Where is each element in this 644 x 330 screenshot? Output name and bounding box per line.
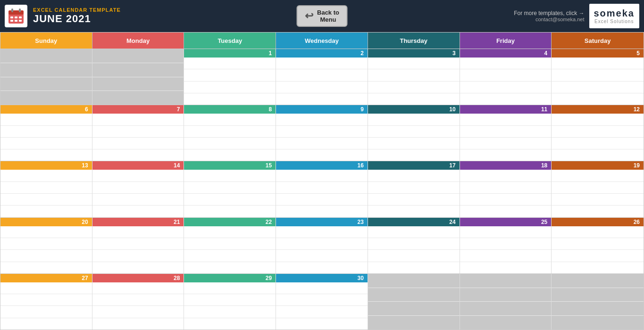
back-to-menu-button[interactable]: ↩ Back toMenu	[296, 5, 348, 27]
back-arrow-icon: ↩	[305, 10, 313, 22]
day-number-13: 13	[0, 161, 92, 170]
day-cell: 19	[552, 161, 644, 217]
day-number-2: 2	[276, 49, 368, 58]
day-cell: 27	[0, 274, 92, 330]
week-row-5: 27282930	[0, 273, 644, 330]
day-cell: 15	[184, 161, 276, 217]
day-number-27: 27	[0, 274, 92, 282]
contact-text: contact@someka.net	[514, 16, 584, 22]
day-header-thursday: Thursday	[368, 33, 460, 49]
day-cell: 16	[276, 161, 368, 217]
day-cell	[0, 49, 92, 105]
day-number-10: 10	[368, 105, 460, 114]
svg-rect-5	[15, 16, 17, 18]
day-number-9: 9	[276, 105, 368, 114]
day-cell: 10	[368, 105, 460, 161]
day-cell: 22	[184, 218, 276, 273]
svg-rect-2	[11, 8, 13, 12]
day-cell: 11	[460, 105, 552, 161]
svg-rect-7	[10, 20, 13, 22]
svg-rect-6	[19, 16, 22, 18]
svg-rect-1	[8, 10, 24, 15]
day-header-wednesday: Wednesday	[276, 33, 368, 49]
day-header-friday: Friday	[460, 33, 552, 49]
day-cell: 30	[276, 274, 368, 330]
week-row-1: 12345	[0, 49, 644, 105]
day-cell: 1	[184, 49, 276, 105]
day-number-6: 6	[0, 105, 92, 114]
day-number-22: 22	[184, 218, 276, 226]
click-text[interactable]: For more templates, click →	[514, 10, 584, 16]
week-row-4: 20212223242526	[0, 217, 644, 273]
day-cell: 23	[276, 218, 368, 273]
day-number-8: 8	[184, 105, 276, 114]
title-group: EXCEL CALENDAR TEMPLATE JUNE 2021	[33, 7, 121, 25]
day-cell: 4	[460, 49, 552, 105]
day-cell: 9	[276, 105, 368, 161]
day-header-monday: Monday	[92, 33, 184, 49]
week-row-2: 6789101112	[0, 105, 644, 161]
day-cell: 26	[552, 218, 644, 273]
day-cell: 18	[460, 161, 552, 217]
day-number-18: 18	[460, 161, 552, 170]
day-cell: 21	[92, 218, 184, 273]
day-number-20: 20	[0, 218, 92, 226]
day-number-19: 19	[552, 161, 644, 170]
header-right-text: For more templates, click → contact@some…	[514, 10, 584, 22]
day-number-11: 11	[460, 105, 552, 114]
day-number-17: 17	[368, 161, 460, 170]
day-cell: 5	[552, 49, 644, 105]
header-left: EXCEL CALENDAR TEMPLATE JUNE 2021	[5, 5, 121, 27]
day-number-14: 14	[92, 161, 184, 170]
svg-rect-8	[15, 20, 17, 22]
day-number-4: 4	[460, 49, 552, 58]
day-cell: 29	[184, 274, 276, 330]
day-cell	[92, 49, 184, 105]
day-cell: 12	[552, 105, 644, 161]
week-row-3: 13141516171819	[0, 161, 644, 217]
day-cell: 28	[92, 274, 184, 330]
day-number-29: 29	[184, 274, 276, 282]
day-number-30: 30	[276, 274, 368, 282]
day-header-sunday: Sunday	[0, 33, 92, 49]
svg-rect-9	[19, 20, 22, 22]
day-number-23: 23	[276, 218, 368, 226]
day-cell	[368, 274, 460, 330]
day-cell: 17	[368, 161, 460, 217]
back-button-label: Back toMenu	[317, 9, 339, 23]
day-cell: 7	[92, 105, 184, 161]
day-number-7: 7	[92, 105, 184, 114]
calendar-icon	[5, 5, 27, 27]
weeks-container: 1234567891011121314151617181920212223242…	[0, 49, 644, 330]
day-cell: 24	[368, 218, 460, 273]
svg-rect-3	[19, 8, 21, 12]
day-cell	[552, 274, 644, 330]
day-number-5: 5	[552, 49, 644, 58]
day-headers-row: Sunday Monday Tuesday Wednesday Thursday…	[0, 33, 644, 49]
day-number-28: 28	[92, 274, 184, 282]
day-cell: 14	[92, 161, 184, 217]
day-number-1: 1	[184, 49, 276, 58]
day-number-16: 16	[276, 161, 368, 170]
day-number-24: 24	[368, 218, 460, 226]
month-title: JUNE 2021	[33, 13, 121, 25]
day-cell: 13	[0, 161, 92, 217]
header-right: For more templates, click → contact@some…	[514, 4, 639, 28]
someka-name: someka	[594, 8, 635, 19]
day-number-15: 15	[184, 161, 276, 170]
day-number-12: 12	[552, 105, 644, 114]
day-header-saturday: Saturday	[552, 33, 644, 49]
day-number-21: 21	[92, 218, 184, 226]
calendar: Sunday Monday Tuesday Wednesday Thursday…	[0, 32, 644, 330]
day-cell	[460, 274, 552, 330]
day-number-26: 26	[552, 218, 644, 226]
day-cell: 3	[368, 49, 460, 105]
day-cell: 20	[0, 218, 92, 273]
day-cell: 25	[460, 218, 552, 273]
day-number-25: 25	[460, 218, 552, 226]
day-header-tuesday: Tuesday	[184, 33, 276, 49]
svg-rect-4	[10, 16, 13, 18]
someka-sub: Excel Solutions	[594, 19, 634, 24]
someka-logo: someka Excel Solutions	[589, 4, 640, 28]
header: EXCEL CALENDAR TEMPLATE JUNE 2021 ↩ Back…	[0, 0, 644, 32]
